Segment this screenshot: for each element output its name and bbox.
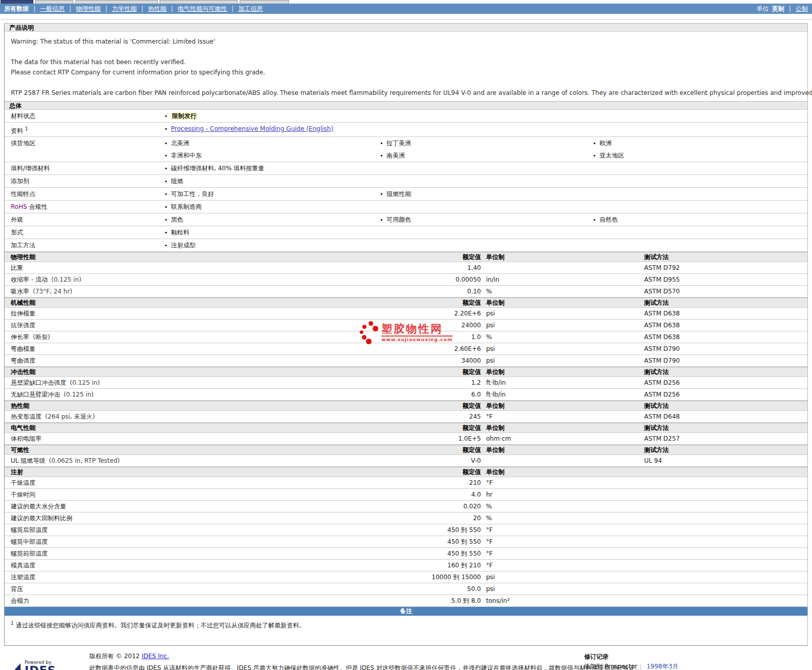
property-value: 160 到 210 — [358, 560, 481, 571]
rohs-link[interactable]: RoHS — [11, 203, 27, 210]
bullet-icon: • — [378, 190, 386, 199]
nav-tab-1[interactable]: 所有数据 — [4, 5, 29, 13]
section-header-general: 总体 — [5, 101, 807, 110]
bullet-icon: • — [591, 140, 600, 148]
property-row: 拉伸模量2.20E+6psiASTM D638 — [5, 308, 807, 320]
property-row: 注塑温度10000 到 15000psi — [5, 572, 807, 583]
nav-tab-6[interactable]: 电气性能与可燃性 — [178, 5, 227, 13]
bullet-icon: • — [163, 229, 171, 237]
property-unit: psi — [481, 308, 644, 319]
tab-stub-active[interactable] — [1, 0, 33, 4]
ides-logo[interactable]: Powered by IDES — [5, 652, 82, 670]
nav-separator: | — [171, 5, 173, 12]
value-text: 自然色 — [600, 216, 618, 223]
nav-separator: | — [141, 5, 143, 12]
property-condition: (断裂) — [29, 333, 50, 341]
bullet-icon: • — [591, 216, 600, 224]
property-unit: psi — [481, 355, 644, 366]
value-item: •阻燃性能 — [378, 190, 591, 199]
revision-added-value: 1998年3月 — [647, 663, 679, 670]
value-item: •亚太地区 — [591, 151, 807, 160]
value-text: 亚太地区 — [600, 152, 624, 159]
property-value: 10000 到 15000 — [358, 572, 481, 583]
property-label: 吸水率(73°F, 24 hr) — [5, 286, 358, 297]
unit-switcher: 单位 英制|公制 — [757, 5, 808, 13]
notes-bar: 备注 — [5, 607, 807, 616]
section-title: 热性能 — [5, 401, 358, 410]
bullet-icon: • — [378, 140, 386, 148]
property-label: 螺筒前部温度 — [5, 548, 358, 559]
value-item: •南美洲 — [378, 151, 591, 160]
unit-english-link[interactable]: 英制 — [772, 5, 784, 13]
property-label: 干燥温度 — [5, 477, 358, 488]
copyright-text: 版权所有 © 2012 — [89, 653, 140, 660]
section-header-product-description: 产品说明 — [5, 23, 807, 32]
test-method: ASTM D256 — [644, 377, 807, 388]
property-value: 1.40 — [358, 262, 481, 273]
property-label: 建议的最大回制料比例 — [5, 513, 358, 524]
column-header-unit-system: 单位制 — [481, 401, 644, 410]
tab-stub[interactable] — [35, 0, 73, 4]
property-row: 螺筒前部温度450 到 550°F — [5, 548, 807, 560]
property-value: 0.00050 — [358, 274, 481, 285]
disclaimer-text: 此数据表中的信息由 IDES 从该材料的生产商处获得。IDES 尽最大努力确保此… — [89, 663, 633, 670]
nav-tab-2[interactable]: 一般信息 — [40, 5, 65, 13]
general-row: 加工方法•注射成型 — [5, 239, 807, 252]
row-label: RoHS 合规性 — [5, 203, 163, 211]
column-header-unit-system: 单位制 — [481, 252, 644, 262]
property-row: 弯曲强度34000psiASTM D790 — [5, 355, 807, 367]
property-value: 1.2 — [358, 377, 481, 388]
property-unit: psi — [481, 572, 644, 583]
property-label: 体积电阻率 — [5, 433, 358, 444]
property-unit: °F — [481, 548, 644, 559]
property-unit: psi — [481, 343, 644, 354]
unit-metric-link[interactable]: 公制 — [796, 5, 808, 13]
nav-tab-5[interactable]: 热性能 — [148, 5, 166, 13]
property-name: 抗张强度 — [11, 322, 35, 329]
footnote-text: 通过这些链接您能够访问供应商资料。我们尽量保证及时更新资料；不过您可以从供应商处… — [16, 622, 305, 629]
test-method: ASTM D638 — [644, 331, 807, 343]
general-row: RoHS 合规性•联系制造商 — [5, 201, 807, 213]
value-item: •注射成型 — [163, 241, 378, 250]
value-item: •阻燃 — [163, 177, 378, 186]
property-unit: °F — [481, 524, 644, 536]
test-method: UL 94 — [644, 455, 807, 466]
row-label: 填料/增强材料 — [5, 164, 163, 172]
test-method: ASTM D256 — [644, 389, 807, 400]
value-text: 联系制造商 — [171, 203, 202, 210]
ides-inc-link[interactable]: IDES Inc. — [142, 653, 169, 660]
property-row: 比重1.40ASTM D792 — [5, 262, 807, 274]
property-row: 抗张强度24000psiASTM D638 — [5, 320, 807, 331]
ides-triangle-icon — [5, 659, 23, 670]
footnote-number: 1 — [11, 621, 14, 626]
general-row: 外观•黑色•可用颜色•自然色 — [5, 213, 807, 226]
property-unit: ohm·cm — [481, 433, 644, 444]
tab-stub[interactable] — [240, 0, 289, 4]
property-unit: ft·lb/in — [481, 377, 644, 388]
property-unit: in/in — [481, 274, 644, 285]
bullet-icon: • — [163, 140, 171, 148]
column-header-test-method: 测试方法 — [644, 401, 807, 410]
property-label: 注塑温度 — [5, 572, 358, 583]
value-column: •阻燃性能 — [378, 190, 591, 199]
tab-stub[interactable] — [75, 0, 158, 4]
property-name: 热变形温度 — [11, 413, 42, 420]
nav-tab-7[interactable]: 加工信息 — [238, 5, 263, 13]
test-method: ASTM D648 — [644, 411, 807, 422]
general-row: 添加剂•阻燃 — [5, 175, 807, 188]
property-label: 弯曲模量 — [5, 343, 358, 354]
property-row: 伸长率(断裂)1.0%ASTM D638 — [5, 331, 807, 343]
document-link[interactable]: Processing - Comprehensive Molding Guide… — [171, 125, 333, 132]
property-label: 螺筒后部温度 — [5, 524, 358, 536]
property-value: 0.10 — [358, 286, 481, 297]
nav-tab-4[interactable]: 力学性能 — [112, 5, 137, 13]
property-label: 背压 — [5, 583, 358, 595]
general-row: 性能特点•可加工性，良好•阻燃性能 — [5, 188, 807, 201]
property-name: 收缩率 - 流动 — [11, 276, 48, 283]
tab-stub[interactable] — [160, 0, 238, 4]
value-item: •自然色 — [591, 215, 807, 224]
section-header: 物理性能额定值单位制测试方法 — [5, 252, 807, 262]
revision-added-label: 添加到 Prospector： — [584, 663, 644, 670]
column-header-rated-value: 额定值 — [358, 467, 481, 477]
nav-tab-3[interactable]: 物理性能 — [76, 5, 101, 13]
